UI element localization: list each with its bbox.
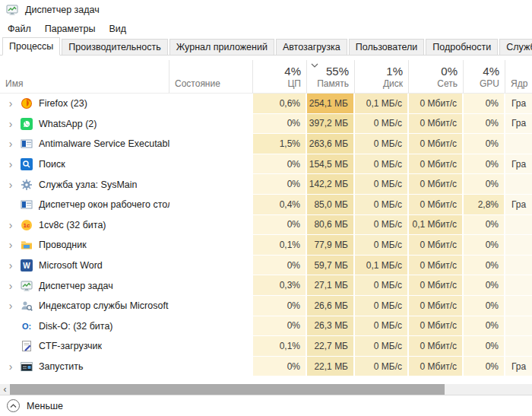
tab-6[interactable]: Службы bbox=[499, 39, 532, 56]
name-cell[interactable]: ›WMicrosoft Word bbox=[0, 256, 169, 276]
tab-5[interactable]: Подробности bbox=[426, 39, 498, 56]
status-cell bbox=[169, 275, 253, 296]
gpu-engine-cell bbox=[505, 215, 532, 236]
table-row[interactable]: CTF-загрузчик0,1%22,7 МБ0 МБ/с0 Мбит/с0% bbox=[0, 336, 532, 357]
footer-bar: Меньше bbox=[0, 395, 532, 416]
expand-chevron-icon[interactable]: › bbox=[5, 260, 17, 271]
table-row[interactable]: ›Индексатор службы Microsoft ...0%26,6 М… bbox=[0, 296, 532, 316]
name-cell[interactable]: ›WhatsApp (2) bbox=[0, 114, 169, 135]
column-header-disk[interactable]: 1% Диск bbox=[355, 60, 409, 93]
name-cell[interactable]: CTF-загрузчик bbox=[0, 336, 169, 357]
disk-cell: 0 МБ/с bbox=[355, 114, 409, 135]
gpu-cell: 0% bbox=[464, 94, 505, 114]
gpu-engine-cell bbox=[505, 275, 532, 296]
table-row[interactable]: ›Проводник0,1%77,9 МБ0 МБ/с0 Мбит/с0% bbox=[0, 235, 532, 256]
expand-chevron-icon[interactable]: › bbox=[5, 240, 17, 250]
process-name: CTF-загрузчик bbox=[39, 341, 102, 351]
indexer-icon bbox=[21, 300, 33, 312]
name-cell[interactable]: ›Antimalware Service Executable bbox=[0, 134, 169, 154]
table-row[interactable]: ›Служба узла: SysMain0%142,2 МБ0 МБ/с0 М… bbox=[0, 174, 532, 195]
name-cell[interactable]: ›Служба узла: SysMain bbox=[0, 174, 169, 195]
expand-chevron-icon[interactable]: › bbox=[5, 119, 17, 129]
column-header-name[interactable]: Имя bbox=[0, 60, 169, 93]
table-row[interactable]: ›Запустить0%22,1 МБ0 МБ/с0 Мбит/с0%Гра bbox=[0, 357, 532, 377]
menu-item-2[interactable]: Вид bbox=[104, 21, 131, 37]
expand-chevron-icon[interactable]: › bbox=[5, 281, 17, 291]
column-header-gpu[interactable]: 4% GPU bbox=[464, 60, 505, 93]
memory-cell: 22,7 МБ bbox=[307, 336, 355, 357]
tab-bar: ПроцессыПроизводительностьЖурнал приложе… bbox=[0, 38, 532, 56]
column-header-network[interactable]: 0% Сеть bbox=[409, 60, 464, 93]
svg-text:1с: 1с bbox=[24, 222, 30, 229]
table-row[interactable]: ›WhatsApp (2)0%397,2 МБ0 МБ/с0 Мбит/с0%Г… bbox=[0, 114, 532, 135]
network-cell: 0 Мбит/с bbox=[409, 357, 464, 377]
disk-cell: 0 МБ/с bbox=[355, 134, 409, 154]
tab-3[interactable]: Автозагрузка bbox=[276, 39, 347, 56]
expand-chevron-icon[interactable]: › bbox=[5, 159, 17, 170]
name-cell[interactable]: ›Firefox (23) bbox=[0, 94, 169, 114]
table-row[interactable]: ›Диспетчер задач0,3%27,1 МБ0 МБ/с0 Мбит/… bbox=[0, 275, 532, 296]
process-name: Диспетчер задач bbox=[39, 281, 113, 291]
disk-cell: 0 МБ/с bbox=[355, 174, 409, 195]
onec-icon: 1с bbox=[21, 219, 33, 231]
table-row[interactable]: ›Antimalware Service Executable1,5%263,6… bbox=[0, 134, 532, 154]
tab-4[interactable]: Пользователи bbox=[349, 39, 425, 56]
expand-chevron-icon[interactable]: › bbox=[5, 220, 17, 230]
name-cell[interactable]: ›1с1cv8c (32 бита) bbox=[0, 215, 169, 236]
expand-chevron-icon[interactable]: › bbox=[5, 179, 17, 190]
status-cell bbox=[169, 336, 253, 357]
expand-chevron-icon[interactable]: › bbox=[5, 138, 17, 149]
scrollbar-thumb[interactable] bbox=[10, 384, 445, 395]
table-row[interactable]: ›WMicrosoft Word0%59,7 МБ0,1 МБ/с0 Мбит/… bbox=[0, 256, 532, 276]
column-header-memory[interactable]: 55% Память bbox=[307, 60, 355, 93]
name-cell[interactable]: Диспетчер окон рабочего стола bbox=[0, 195, 169, 215]
table-row[interactable]: ›1с1cv8c (32 бита)0%80,6 МБ0 МБ/с0,1 Мби… bbox=[0, 215, 532, 236]
tab-1[interactable]: Производительность bbox=[62, 39, 167, 56]
menu-item-1[interactable]: Параметры bbox=[40, 21, 100, 37]
table-row[interactable]: O:Disk-O: (32 бита)0%26,3 МБ0 МБ/с0 Мбит… bbox=[0, 316, 532, 337]
name-cell[interactable]: ›Запустить bbox=[0, 357, 169, 377]
sort-descending-chevron-icon bbox=[311, 63, 318, 68]
network-cell: 0 Мбит/с bbox=[409, 94, 464, 114]
memory-cell: 77,9 МБ bbox=[307, 235, 355, 256]
name-cell[interactable]: ›Индексатор службы Microsoft ... bbox=[0, 296, 169, 316]
table-row[interactable]: ›Firefox (23)0,6%2 254,1 МБ0,1 МБ/с0 Мби… bbox=[0, 94, 532, 114]
menu-item-0[interactable]: Файл bbox=[3, 21, 36, 37]
process-name: Диспетчер окон рабочего стола bbox=[39, 199, 169, 210]
column-header-cpu[interactable]: 4% ЦП bbox=[253, 60, 307, 93]
network-cell: 0 Мбит/с bbox=[409, 154, 464, 175]
name-cell[interactable]: O:Disk-O: (32 бита) bbox=[0, 316, 169, 337]
name-cell[interactable]: ›Диспетчер задач bbox=[0, 275, 169, 296]
disk-cell: 0 МБ/с bbox=[355, 296, 409, 316]
table-row[interactable]: Диспетчер окон рабочего стола0,4%85,0 МБ… bbox=[0, 195, 532, 215]
expand-chevron-icon[interactable]: › bbox=[5, 361, 17, 372]
svg-text:W: W bbox=[23, 262, 30, 270]
title-bar: Диспетчер задач bbox=[0, 0, 532, 20]
name-cell[interactable]: ›Проводник bbox=[0, 235, 169, 256]
table-row[interactable]: ›Поиск0%154,5 МБ0 МБ/с0 Мбит/с0%Гра bbox=[0, 154, 532, 175]
cpu-cell: 0% bbox=[253, 256, 307, 276]
horizontal-scrollbar[interactable]: ‹ bbox=[0, 384, 532, 395]
cpu-cell: 0,4% bbox=[253, 195, 307, 215]
expand-chevron-icon[interactable]: › bbox=[5, 98, 17, 109]
gpu-engine-cell bbox=[505, 296, 532, 316]
tab-2[interactable]: Журнал приложений bbox=[169, 39, 274, 56]
gpu-cell: 0% bbox=[464, 275, 505, 296]
expand-chevron-icon[interactable]: › bbox=[5, 300, 17, 311]
cpu-cell: 0% bbox=[253, 215, 307, 236]
gpu-cell: 0% bbox=[464, 235, 505, 256]
cpu-cell: 0% bbox=[253, 316, 307, 337]
status-cell bbox=[169, 296, 253, 316]
tab-0[interactable]: Процессы bbox=[2, 37, 60, 56]
column-header-status[interactable]: Состояние bbox=[169, 60, 253, 93]
scroll-left-arrow-icon[interactable]: ‹ bbox=[0, 384, 10, 395]
column-header-gpu-engine[interactable]: Ядр bbox=[505, 60, 532, 93]
ctf-icon bbox=[21, 340, 33, 352]
network-cell: 0 Мбит/с bbox=[409, 336, 464, 357]
network-cell: 0 Мбит/с bbox=[409, 195, 464, 215]
name-cell[interactable]: ›Поиск bbox=[0, 154, 169, 175]
process-name: Поиск bbox=[39, 159, 65, 170]
fewer-details-button[interactable]: Меньше bbox=[7, 399, 63, 412]
process-name: Firefox (23) bbox=[39, 98, 87, 109]
cpu-cell: 0% bbox=[253, 357, 307, 377]
